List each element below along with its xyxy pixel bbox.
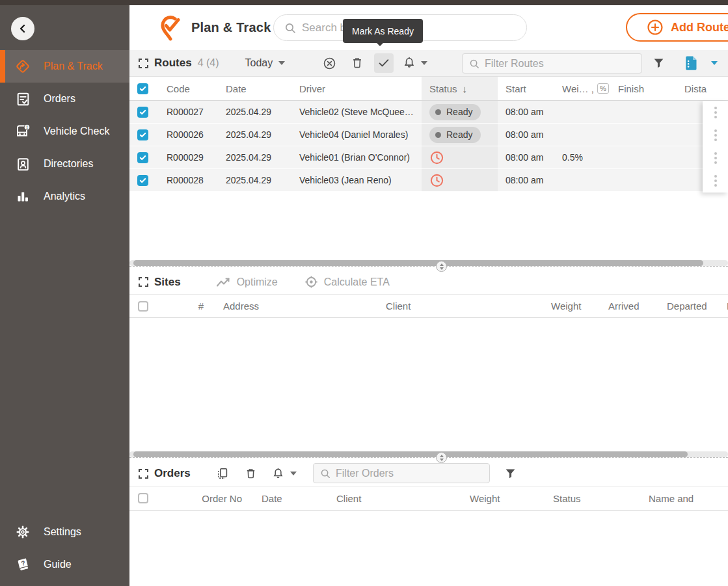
sidebar-item-guide[interactable]: ? Guide [0,548,129,581]
route-row[interactable]: R000028 2025.04.29 Vehicle03 (Jean Reno)… [129,169,728,192]
col-departed[interactable]: Departed [659,295,719,317]
kebab-menu-icon [714,107,717,118]
status-badge: Ready [429,127,481,143]
sites-horizontal-scrollbar[interactable] [129,451,728,457]
sidebar-item-label: Settings [44,526,81,538]
col-driver[interactable]: Driver [291,77,422,100]
col-code[interactable]: Code [156,77,218,100]
calculate-eta-button[interactable]: Calculate ETA [304,275,390,289]
notify-bell-icon[interactable] [399,53,419,73]
split-resize-handle[interactable] [436,452,447,463]
route-status [422,169,498,191]
col-client[interactable]: Client [329,486,462,510]
col-order-no[interactable]: Order No [156,486,254,510]
unassign-route-button[interactable] [319,53,339,73]
chevron-down-icon[interactable] [278,61,285,65]
orders-select-all-checkbox[interactable] [129,486,156,510]
sidebar-item-analytics[interactable]: Analytics [0,180,129,213]
col-client[interactable]: Client [378,295,543,317]
filter-funnel-icon[interactable] [649,53,668,73]
export-document-icon[interactable] [681,53,701,73]
delete-route-button[interactable] [347,53,367,73]
checkbox-unchecked-icon[interactable] [138,301,148,312]
routes-horizontal-scrollbar[interactable] [129,260,728,266]
route-finish [610,169,677,191]
col-status-sorted[interactable]: Status ↓ [422,77,498,100]
col-address[interactable]: Address [215,295,378,317]
add-route-button[interactable]: Add Route [626,13,728,42]
notify-bell-icon[interactable] [269,464,288,483]
routes-filter[interactable] [462,53,642,73]
route-row[interactable]: R000029 2025.04.29 Vehicle01 (Brian O'Co… [129,146,728,169]
select-all-checkbox[interactable] [129,77,156,100]
sidebar-item-plan-track[interactable]: Plan & Track [0,50,129,83]
checkbox-checked-icon[interactable] [137,129,148,140]
row-menu-button[interactable] [703,101,728,124]
orders-empty-space [129,511,728,586]
copy-order-button[interactable] [213,464,232,483]
sidebar-item-label: Analytics [44,191,85,202]
row-menu-button[interactable] [703,146,728,169]
col-status[interactable]: Status [545,486,641,510]
optimize-button[interactable]: Optimize [217,276,278,288]
orders-table-header: Order No Date Client Weight Status Name … [129,486,728,511]
expand-routes-icon[interactable] [139,59,148,68]
checkbox-checked-icon[interactable] [137,175,148,186]
col-number[interactable]: # [156,295,215,317]
routes-toolbar: Routes 4 (4) Today [129,50,728,77]
checkbox-checked-icon[interactable] [137,107,148,118]
sites-select-all-checkbox[interactable] [129,295,156,317]
checkbox-checked-icon[interactable] [137,83,148,94]
route-row[interactable]: R000026 2025.04.29 Vehicle04 (Daniel Mor… [129,124,728,146]
orders-filter-input[interactable] [336,468,466,479]
col-weight[interactable]: Wei… , % [554,77,610,100]
sidebar-item-directories[interactable]: Directories [0,148,129,180]
chevron-down-icon[interactable] [290,472,297,475]
col-weight[interactable]: Weight [462,486,545,510]
expand-orders-icon[interactable] [139,469,148,479]
row-menu-button[interactable] [703,124,728,146]
sidebar-item-label: Guide [44,559,72,570]
expand-sites-icon[interactable] [139,277,148,287]
sites-empty-space [129,318,728,451]
row-menu-button[interactable] [703,169,728,192]
col-finish[interactable]: Finish [610,77,677,100]
route-weight [554,101,610,123]
date-filter-dropdown[interactable]: Today [245,57,273,69]
col-distance[interactable]: Dista [677,77,728,100]
sidebar-item-vehicle-check[interactable]: ! Vehicle Check [0,115,129,148]
col-arrived[interactable]: Arrived [600,295,659,317]
col-weight[interactable]: Weight [543,295,600,317]
svg-text:!: ! [26,124,28,130]
col-start[interactable]: Start [498,77,554,100]
route-finish [610,101,677,123]
col-extra[interactable]: E [719,295,728,317]
col-date[interactable]: Date [218,77,291,100]
search-icon [469,59,479,69]
delete-order-button[interactable] [241,464,261,483]
collapse-sidebar-button[interactable] [11,17,34,40]
sidebar-item-settings[interactable]: Settings [0,516,129,548]
col-date[interactable]: Date [254,486,329,510]
routes-filter-input[interactable] [485,58,615,70]
checkbox-checked-icon[interactable] [137,152,148,163]
col-name[interactable]: Name and [641,486,701,510]
route-diamond-icon [14,58,31,75]
filter-funnel-icon[interactable] [500,464,520,483]
scrollbar-thumb[interactable] [133,260,703,266]
sidebar-item-orders[interactable]: Orders [0,83,129,115]
scrollbar-thumb[interactable] [133,451,688,457]
weight-unit-selector[interactable]: % [597,83,609,94]
checkbox-unchecked-icon[interactable] [138,493,148,503]
app-logo-checkmark-pin-icon [158,14,183,42]
route-row[interactable]: R000027 2025.04.29 Vehicle02 (Steve McQu… [129,101,728,124]
split-resize-handle[interactable] [436,261,447,272]
chevron-down-icon[interactable] [711,61,718,65]
sidebar-item-label: Vehicle Check [44,126,109,137]
order-list-icon [14,90,31,107]
status-badge: Ready [429,104,481,120]
chevron-down-icon[interactable] [421,61,427,65]
mark-as-ready-button[interactable] [374,53,394,73]
orders-filter[interactable] [313,463,490,483]
clock-pending-icon [429,173,444,188]
